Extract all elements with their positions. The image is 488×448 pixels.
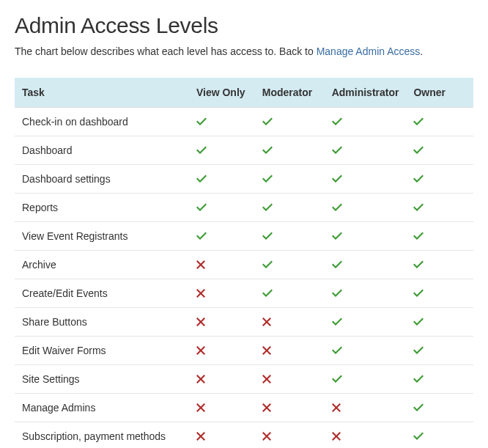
check-icon <box>196 175 248 183</box>
column-header-moderator: Moderator <box>255 78 325 108</box>
access-yes-cell <box>325 251 407 279</box>
check-icon <box>262 203 317 212</box>
task-cell: View Event Registrants <box>15 222 189 251</box>
check-icon <box>262 232 317 240</box>
column-header-view-only: View Only <box>189 78 255 108</box>
check-icon <box>332 175 399 183</box>
table-row: Check-in on dashboard <box>15 108 473 136</box>
access-yes-cell <box>325 222 407 251</box>
cross-icon <box>262 403 317 412</box>
task-cell: Manage Admins <box>15 394 189 422</box>
access-yes-cell <box>325 337 407 365</box>
access-yes-cell <box>325 308 407 337</box>
subtitle-prefix: The chart below describes what each leve… <box>15 45 317 57</box>
table-row: Archive <box>15 251 473 279</box>
check-icon <box>332 260 399 269</box>
check-icon <box>196 146 248 155</box>
column-header-administrator: Administrator <box>325 78 407 108</box>
cross-icon <box>332 432 399 441</box>
access-no-cell <box>255 422 325 449</box>
task-cell: Dashboard <box>15 136 189 165</box>
access-yes-cell <box>325 165 407 194</box>
access-yes-cell <box>406 308 473 337</box>
cross-icon <box>196 375 248 383</box>
cross-icon <box>196 346 248 355</box>
table-header-row: Task View Only Moderator Administrator O… <box>15 78 473 108</box>
check-icon <box>332 117 399 126</box>
cross-icon <box>262 317 317 326</box>
check-icon <box>196 117 248 126</box>
task-cell: Subscription, payment methods <box>15 422 189 449</box>
access-yes-cell <box>406 165 473 194</box>
access-yes-cell <box>255 222 325 251</box>
check-icon <box>262 260 317 269</box>
check-icon <box>262 175 317 183</box>
subtitle-suffix: . <box>420 45 423 57</box>
table-row: Dashboard settings <box>15 165 473 194</box>
access-no-cell <box>189 279 255 308</box>
page-subtitle: The chart below describes what each leve… <box>15 45 473 57</box>
check-icon <box>413 146 466 155</box>
table-row: Create/Edit Events <box>15 279 473 308</box>
check-icon <box>413 432 466 441</box>
access-no-cell <box>189 394 255 422</box>
check-icon <box>196 203 248 212</box>
check-icon <box>413 260 466 269</box>
page-title: Admin Access Levels <box>15 13 473 38</box>
check-icon <box>413 117 466 126</box>
table-row: Edit Waiver Forms <box>15 337 473 365</box>
check-icon <box>332 375 399 383</box>
access-yes-cell <box>406 108 473 136</box>
check-icon <box>196 232 248 240</box>
manage-admin-access-link[interactable]: Manage Admin Access <box>317 45 421 57</box>
column-header-task: Task <box>15 78 189 108</box>
check-icon <box>332 146 399 155</box>
check-icon <box>413 175 466 183</box>
table-row: Dashboard <box>15 136 473 165</box>
access-yes-cell <box>325 194 407 222</box>
check-icon <box>332 232 399 240</box>
access-yes-cell <box>406 279 473 308</box>
check-icon <box>413 317 466 326</box>
access-yes-cell <box>325 365 407 394</box>
task-cell: Dashboard settings <box>15 165 189 194</box>
access-no-cell <box>189 365 255 394</box>
task-cell: Check-in on dashboard <box>15 108 189 136</box>
access-no-cell <box>255 394 325 422</box>
access-yes-cell <box>406 422 473 449</box>
column-header-owner: Owner <box>406 78 473 108</box>
access-yes-cell <box>255 194 325 222</box>
task-cell: Reports <box>15 194 189 222</box>
access-yes-cell <box>406 365 473 394</box>
check-icon <box>413 289 466 298</box>
access-no-cell <box>189 422 255 449</box>
access-yes-cell <box>189 136 255 165</box>
cross-icon <box>262 346 317 355</box>
access-yes-cell <box>406 337 473 365</box>
access-no-cell <box>255 337 325 365</box>
access-levels-table: Task View Only Moderator Administrator O… <box>15 78 473 448</box>
access-no-cell <box>189 251 255 279</box>
task-cell: Create/Edit Events <box>15 279 189 308</box>
check-icon <box>413 375 466 383</box>
check-icon <box>262 289 317 298</box>
check-icon <box>413 403 466 412</box>
task-cell: Edit Waiver Forms <box>15 337 189 365</box>
check-icon <box>413 203 466 212</box>
table-row: Manage Admins <box>15 394 473 422</box>
task-cell: Site Settings <box>15 365 189 394</box>
task-cell: Share Buttons <box>15 308 189 337</box>
check-icon <box>262 146 317 155</box>
access-no-cell <box>255 365 325 394</box>
access-yes-cell <box>189 108 255 136</box>
access-yes-cell <box>255 108 325 136</box>
cross-icon <box>196 289 248 298</box>
check-icon <box>262 117 317 126</box>
table-row: Subscription, payment methods <box>15 422 473 449</box>
cross-icon <box>196 403 248 412</box>
access-no-cell <box>325 394 407 422</box>
table-row: View Event Registrants <box>15 222 473 251</box>
cross-icon <box>262 432 317 441</box>
check-icon <box>332 289 399 298</box>
task-cell: Archive <box>15 251 189 279</box>
